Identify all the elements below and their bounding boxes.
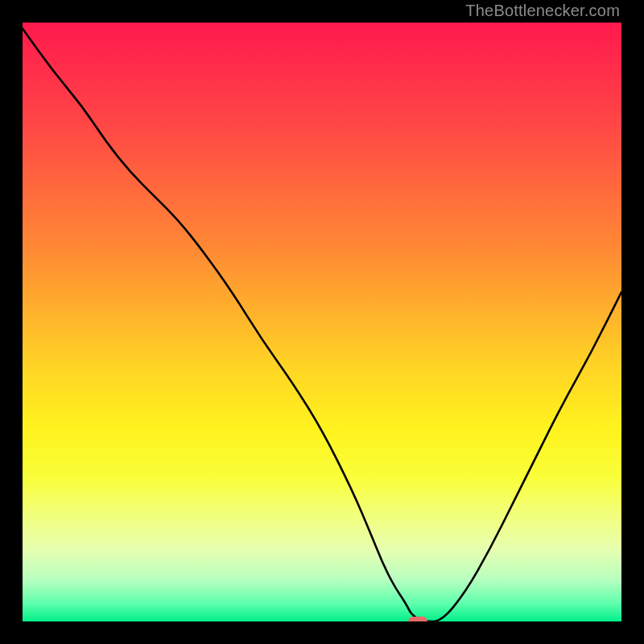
bottleneck-curve [23, 23, 621, 621]
watermark-text: TheBottlenecker.com [465, 2, 620, 20]
plot-area [23, 23, 621, 621]
optimum-marker [408, 617, 427, 621]
chart-frame: TheBottlenecker.com [0, 0, 644, 644]
